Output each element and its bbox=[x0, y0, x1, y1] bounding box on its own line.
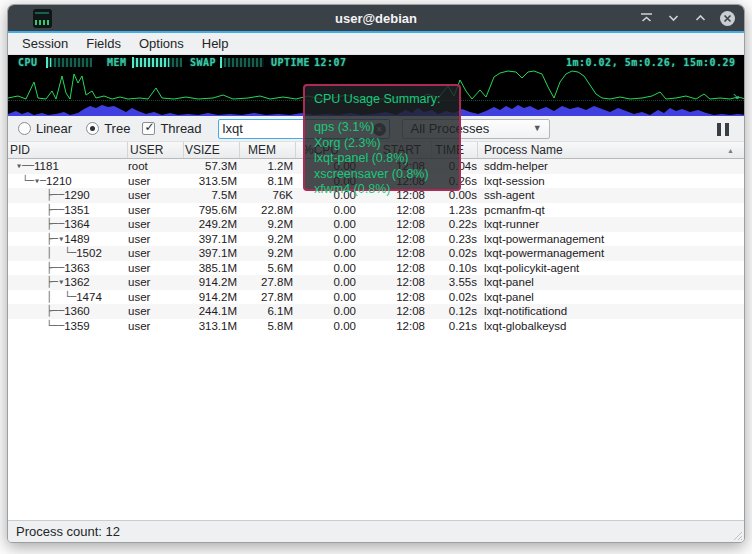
tree-branch-icon[interactable]: └─▾─ bbox=[16, 174, 46, 189]
linear-radio[interactable] bbox=[18, 122, 31, 135]
cell-cpu: 0.00 bbox=[296, 232, 358, 247]
tooltip-entry: qps (3.1%) bbox=[314, 120, 459, 136]
tree-branch-icon[interactable]: │ └─ bbox=[16, 246, 76, 261]
statusbar: Process count: 12 bbox=[8, 520, 744, 542]
table-empty-area bbox=[8, 333, 744, 520]
menu-item-session[interactable]: Session bbox=[13, 33, 77, 54]
column-header-process-name[interactable]: Process Name bbox=[478, 142, 744, 158]
maximize-button[interactable] bbox=[691, 9, 709, 27]
cell-start: 12:08 bbox=[358, 217, 432, 232]
cell-cpu: 0.00 bbox=[296, 275, 358, 290]
menu-item-help[interactable]: Help bbox=[193, 33, 238, 54]
cell-name: sddm-helper bbox=[478, 159, 744, 174]
tree-branch-icon[interactable]: │ └─ bbox=[16, 290, 76, 305]
cell-cpu: 0.00 bbox=[296, 246, 358, 261]
cell-time: 0.12s bbox=[432, 304, 478, 319]
cell-vsize: 914.2M bbox=[184, 290, 240, 305]
shade-button[interactable] bbox=[637, 9, 655, 27]
cell-start: 12:08 bbox=[358, 275, 432, 290]
table-row[interactable]: ├──1351 user 795.6M 22.8M 0.00 12:08 1.2… bbox=[8, 203, 744, 218]
cell-cpu: 0.00 bbox=[296, 203, 358, 218]
cell-name: lxqt-powermanagement bbox=[478, 246, 744, 261]
cell-mem: 1.2M bbox=[240, 159, 296, 174]
tooltip-title: CPU Usage Summary: bbox=[314, 92, 459, 106]
load-average: 1m:0.02, 5m:0.26, 15m:0.29 bbox=[566, 57, 736, 68]
minimize-button[interactable] bbox=[664, 9, 682, 27]
cell-vsize: 249.2M bbox=[184, 217, 240, 232]
cell-start: 12:08 bbox=[358, 246, 432, 261]
tree-branch-icon[interactable]: ├── bbox=[16, 203, 64, 218]
tree-branch-icon[interactable]: ├─▾ bbox=[16, 275, 64, 290]
cell-name: lxqt-panel bbox=[478, 290, 744, 305]
thread-checkbox[interactable] bbox=[142, 122, 155, 135]
cell-start: 12:08 bbox=[358, 203, 432, 218]
cell-start: 12:08 bbox=[358, 232, 432, 247]
cell-cpu: 0.00 bbox=[296, 217, 358, 232]
cell-name: pcmanfm-qt bbox=[478, 203, 744, 218]
column-header-vsize[interactable]: VSIZE bbox=[184, 142, 240, 158]
tree-branch-icon[interactable]: └── bbox=[16, 319, 64, 334]
column-header-mem[interactable]: MEM bbox=[240, 142, 296, 158]
table-row[interactable]: ├──1364 user 249.2M 9.2M 0.00 12:08 0.22… bbox=[8, 217, 744, 232]
cell-pid: 1290 bbox=[64, 188, 90, 203]
tree-branch-icon[interactable]: ▾── bbox=[16, 159, 34, 174]
tree-radio[interactable] bbox=[86, 122, 99, 135]
menu-item-fields[interactable]: Fields bbox=[77, 33, 130, 54]
cell-mem: 8.1M bbox=[240, 174, 296, 189]
table-row[interactable]: ├─▾1489 user 397.1M 9.2M 0.00 12:08 0.23… bbox=[8, 232, 744, 247]
cell-pid: 1181 bbox=[34, 159, 59, 174]
cell-start: 12:08 bbox=[358, 304, 432, 319]
chevron-down-icon: ▼ bbox=[533, 123, 542, 133]
swap-meter bbox=[220, 58, 264, 67]
cell-vsize: 397.1M bbox=[184, 232, 240, 247]
cell-name: lxqt-session bbox=[478, 174, 744, 189]
cell-pid: 1502 bbox=[76, 246, 102, 261]
cell-vsize: 914.2M bbox=[184, 275, 240, 290]
cell-time: 3.55s bbox=[432, 275, 478, 290]
cell-mem: 9.2M bbox=[240, 246, 296, 261]
tree-branch-icon[interactable]: ├── bbox=[16, 304, 64, 319]
cell-vsize: 385.1M bbox=[184, 261, 240, 276]
cell-mem: 27.8M bbox=[240, 290, 296, 305]
pause-button[interactable] bbox=[712, 121, 734, 137]
qps-window: user@debian SessionFieldsOptionsHelp CPU… bbox=[7, 4, 745, 543]
cell-vsize: 795.6M bbox=[184, 203, 240, 218]
cell-mem: 27.8M bbox=[240, 275, 296, 290]
cell-user: user bbox=[128, 232, 184, 247]
table-row[interactable]: └──1359 user 313.1M 5.8M 0.00 12:08 0.21… bbox=[8, 319, 744, 334]
cell-name: lxqt-globalkeysd bbox=[478, 319, 744, 334]
column-header-user[interactable]: USER bbox=[128, 142, 184, 158]
tooltip-entry: lxqt-panel (0.8%) bbox=[314, 151, 459, 167]
column-header-pid[interactable]: PID bbox=[8, 142, 128, 158]
tree-branch-icon[interactable]: ├─▾ bbox=[16, 232, 64, 247]
tooltip-entry: xfwm4 (0.8%) bbox=[314, 182, 459, 198]
menu-item-options[interactable]: Options bbox=[130, 33, 193, 54]
tree-branch-icon[interactable]: ├── bbox=[16, 188, 64, 203]
cell-time: 0.22s bbox=[432, 217, 478, 232]
table-row[interactable]: ├──1360 user 244.1M 6.1M 0.00 12:08 0.12… bbox=[8, 304, 744, 319]
app-icon bbox=[33, 9, 52, 28]
table-row[interactable]: │ └─1474 user 914.2M 27.8M 0.00 12:08 0.… bbox=[8, 290, 744, 305]
sort-indicator-icon[interactable]: ▲ bbox=[727, 147, 734, 154]
mem-meter bbox=[132, 58, 182, 67]
tree-branch-icon[interactable]: ├── bbox=[16, 217, 64, 232]
cell-name: lxqt-runner bbox=[478, 217, 744, 232]
resize-grip[interactable] bbox=[731, 529, 743, 541]
cell-pid: 1360 bbox=[64, 304, 90, 319]
tree-branch-icon[interactable]: ├── bbox=[16, 261, 64, 276]
cell-pid: 1359 bbox=[64, 319, 90, 334]
close-button[interactable] bbox=[718, 9, 736, 27]
cell-user: user bbox=[128, 174, 184, 189]
cell-start: 12:08 bbox=[358, 290, 432, 305]
cell-cpu: 0.00 bbox=[296, 319, 358, 334]
cell-mem: 9.2M bbox=[240, 217, 296, 232]
cell-mem: 76K bbox=[240, 188, 296, 203]
table-row[interactable]: ├─▾1362 user 914.2M 27.8M 0.00 12:08 3.5… bbox=[8, 275, 744, 290]
cell-vsize: 313.1M bbox=[184, 319, 240, 334]
cell-vsize: 7.5M bbox=[184, 188, 240, 203]
table-row[interactable]: ├──1363 user 385.1M 5.6M 0.00 12:08 0.10… bbox=[8, 261, 744, 276]
table-row[interactable]: │ └─1502 user 397.1M 9.2M 0.00 12:08 0.0… bbox=[8, 246, 744, 261]
cell-pid: 1474 bbox=[76, 290, 102, 305]
titlebar[interactable]: user@debian bbox=[8, 5, 744, 31]
cell-name: lxqt-notificationd bbox=[478, 304, 744, 319]
